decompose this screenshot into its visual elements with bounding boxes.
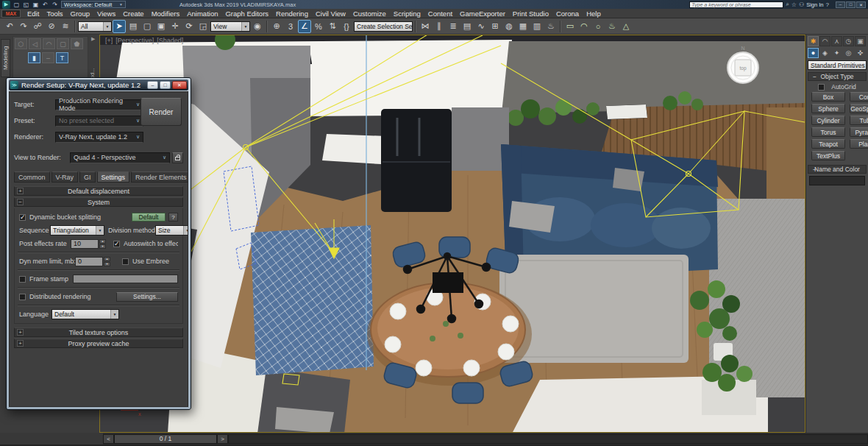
menu-item[interactable]: Animation	[183, 10, 221, 18]
default-preset-button[interactable]: Default	[132, 213, 166, 222]
dynamic-bucket-checkbox[interactable]	[19, 214, 26, 221]
menu-item[interactable]: Create	[119, 10, 148, 18]
frame-stamp-input[interactable]	[73, 275, 178, 283]
new-file-icon[interactable]: ▢	[13, 1, 21, 8]
category-lights-icon[interactable]: ✦	[831, 48, 842, 58]
bind-spacewarp-icon[interactable]: ≋	[59, 20, 72, 33]
autogrid-checkbox[interactable]	[818, 84, 825, 91]
vray-cone-icon[interactable]: △	[619, 20, 633, 33]
renderer-dropdown[interactable]: V-Ray Next, update 1.2∨	[55, 132, 143, 143]
dyn-mem-input[interactable]: 0	[75, 257, 103, 266]
object-type-button[interactable]: Box	[811, 92, 845, 102]
snap-toggle-3d-icon[interactable]: 3	[284, 20, 297, 33]
category-geometry-icon[interactable]: ●	[808, 48, 819, 58]
dialog-minimize-button[interactable]: –	[147, 81, 158, 89]
vray-teapot-icon[interactable]: ♨	[605, 20, 619, 33]
percent-snap-icon[interactable]: %	[312, 20, 325, 33]
dialog-tab[interactable]: Common	[14, 171, 50, 183]
undo-quick-icon[interactable]: ↶	[41, 1, 49, 8]
menu-item[interactable]: Customize	[349, 10, 390, 18]
select-scale-icon[interactable]: ◲	[196, 20, 210, 33]
sequence-dropdown[interactable]: Triangulation▼	[50, 225, 104, 236]
named-selection-sets-dropdown[interactable]: Create Selection Se▼	[354, 21, 413, 32]
vray-dome-light-icon[interactable]: ◠	[577, 20, 591, 33]
object-type-button[interactable]: Cylinder	[811, 116, 845, 125]
max-app-button[interactable]: MAX	[1, 10, 21, 18]
object-type-rollout[interactable]: − Object Type	[808, 72, 867, 81]
dialog-close-button[interactable]: ✕	[172, 81, 187, 89]
tab-modify-icon[interactable]: ◠	[819, 36, 830, 46]
menu-item[interactable]: Help	[583, 10, 605, 18]
rect-selection-region-icon[interactable]: ▢	[140, 20, 154, 33]
distributed-rendering-checkbox[interactable]	[19, 294, 26, 300]
select-rotate-icon[interactable]: ⟳	[182, 20, 196, 33]
reference-coordinate-dropdown[interactable]: View▼	[210, 21, 250, 32]
target-dropdown[interactable]: Production Rendering Mode∨	[55, 99, 143, 110]
menu-item[interactable]: Edit	[24, 10, 43, 18]
menu-item[interactable]: Scripting	[390, 10, 424, 18]
ribbon-vertex-icon[interactable]: ⬡	[15, 38, 27, 49]
category-shapes-icon[interactable]: ◈	[819, 48, 830, 58]
tab-create-icon[interactable]: ✱	[808, 36, 819, 46]
max-logo-icon[interactable]: ▶	[2, 1, 10, 9]
ribbon-border-icon[interactable]: ◠	[43, 38, 55, 49]
material-editor-icon[interactable]: ◍	[502, 20, 516, 33]
lock-view-button[interactable]	[172, 152, 183, 163]
category-helpers-icon[interactable]: ✜	[855, 48, 866, 58]
object-name-input[interactable]	[809, 176, 865, 185]
redo-icon[interactable]: ↷	[17, 20, 30, 33]
menu-item[interactable]: Civil View	[312, 10, 349, 18]
close-button[interactable]: ✕	[856, 1, 866, 8]
pivot-center-icon[interactable]: ⊕	[270, 20, 283, 33]
name-color-rollout[interactable]: − Name and Color	[808, 165, 867, 174]
viewport-scene[interactable]	[100, 35, 805, 433]
frame-stamp-checkbox[interactable]	[19, 276, 26, 283]
tiled-texture-rollout[interactable]: + Tiled texture options	[14, 328, 183, 337]
viewport-menu-shading[interactable]: [Shaded]	[157, 37, 183, 44]
division-method-dropdown[interactable]: Size▼	[155, 225, 188, 236]
undo-icon[interactable]: ↶	[3, 20, 16, 33]
autoswitch-checkbox[interactable]	[113, 241, 120, 247]
menu-item[interactable]: Group	[67, 10, 93, 18]
edit-named-sets-icon[interactable]: {}	[340, 20, 353, 33]
ribbon-polygon-icon[interactable]: ▢	[57, 38, 69, 49]
timeline-prev-button[interactable]: <	[103, 434, 114, 444]
language-dropdown[interactable]: Default▼	[51, 309, 119, 319]
object-type-button[interactable]: Pyramid	[850, 127, 868, 137]
object-type-button[interactable]: Teapot	[811, 139, 845, 149]
select-move-icon[interactable]: ✛	[168, 20, 182, 33]
use-embree-checkbox[interactable]	[122, 258, 129, 265]
object-type-button[interactable]: Cone	[850, 92, 868, 102]
select-place-icon[interactable]: ◉	[251, 20, 264, 33]
user-icon[interactable]: ⚇	[799, 1, 804, 8]
spinner-arrows[interactable]: ▲▼	[104, 257, 110, 266]
angle-snap-icon[interactable]: ∠	[298, 20, 311, 33]
menu-item[interactable]: GameExporter	[456, 10, 509, 18]
category-cameras-icon[interactable]: ◎	[843, 48, 854, 58]
preset-dropdown[interactable]: No preset selected∨	[55, 116, 143, 127]
ribbon-dash-icon[interactable]: –	[42, 52, 54, 63]
timeline-track[interactable]	[228, 434, 868, 444]
spinner-snap-icon[interactable]: ⇅	[326, 20, 339, 33]
object-type-button[interactable]: Plane	[850, 139, 868, 149]
select-link-icon[interactable]: ☍	[31, 20, 44, 33]
viewport-menu-pov[interactable]: [Perspective]	[115, 37, 154, 44]
layer-manager-icon[interactable]: ≣	[447, 20, 460, 33]
menu-item[interactable]: Graph Editors	[221, 10, 272, 18]
timeline-next-button[interactable]: >	[217, 434, 228, 444]
tab-hierarchy-icon[interactable]: ⋏	[831, 36, 842, 46]
search-input[interactable]: Type a keyword or phrase	[689, 1, 783, 8]
ribbon-expand-icon[interactable]: ▶	[91, 36, 95, 42]
dialog-title-bar[interactable]: ≫ Render Setup: V-Ray Next, update 1.2 –…	[9, 79, 188, 91]
ribbon-modify-mode-icon[interactable]: ▮	[28, 52, 40, 63]
menu-item[interactable]: Print Studio	[509, 10, 552, 18]
vray-sphere-light-icon[interactable]: ○	[591, 20, 605, 33]
unlink-icon[interactable]: ⊘	[45, 20, 58, 33]
view-to-render-dropdown[interactable]: Quad 4 - Perspective∨	[70, 152, 170, 163]
ribbon-tab-modeling[interactable]: Modeling	[1, 39, 10, 77]
dialog-tab[interactable]: GI	[79, 171, 96, 183]
maximize-button[interactable]: □	[846, 1, 855, 8]
menu-item[interactable]: Rendering	[272, 10, 312, 18]
time-slider[interactable]: 0 / 1	[114, 434, 217, 444]
dialog-tab[interactable]: Render Elements	[131, 171, 188, 183]
